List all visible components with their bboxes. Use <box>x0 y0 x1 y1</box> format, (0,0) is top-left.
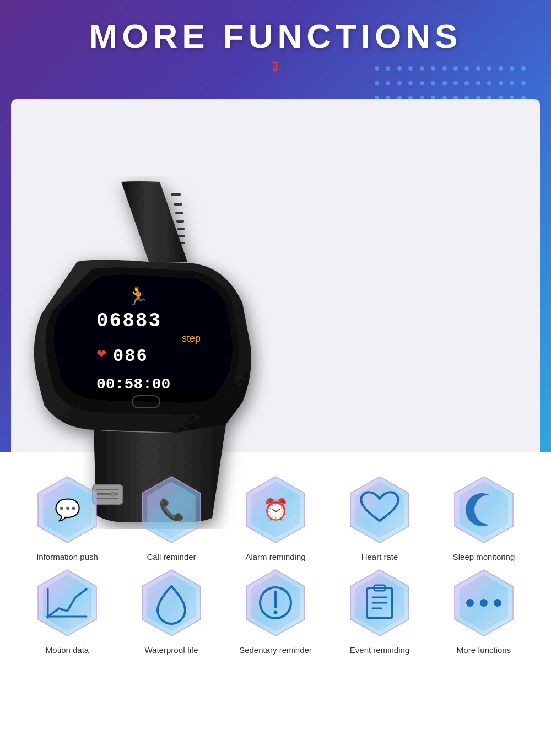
waterproof-life-label: Waterproof life <box>145 645 198 655</box>
information-push-hex: 💬 <box>31 474 103 546</box>
alarm-reminding-label: Alarm reminding <box>245 552 305 561</box>
svg-text:📞: 📞 <box>159 497 185 522</box>
dot <box>487 81 491 85</box>
dot <box>397 66 402 71</box>
feature-sleep-monitoring: Sleep monitoring <box>433 474 534 561</box>
feature-information-push: 💬 Information push <box>17 474 118 561</box>
dot <box>476 81 480 85</box>
chevron-down-icon: ⤆ <box>269 61 282 72</box>
motion-data-hex <box>31 567 103 639</box>
information-push-label: Information push <box>36 552 98 561</box>
waterproof-life-hex <box>136 567 207 639</box>
feature-alarm-reminding: ⏰ Alarm reminding <box>225 474 326 561</box>
svg-text:💬: 💬 <box>55 497 81 522</box>
svg-rect-0 <box>171 193 181 196</box>
heart-rate-label: Heart rate <box>361 552 398 561</box>
call-reminder-hex: 📞 <box>136 474 207 546</box>
event-reminding-hex <box>344 567 415 639</box>
features-grid: 💬 Information push 📞 <box>17 474 534 655</box>
sedentary-reminder-label: Sedentary reminder <box>239 645 312 655</box>
feature-more-functions: More functions <box>433 567 534 655</box>
svg-point-53 <box>480 599 488 607</box>
top-section: MORE FUNCTIONS ⤆ // Will be generated vi… <box>0 0 551 452</box>
dot <box>386 66 390 71</box>
dot <box>453 66 458 71</box>
feature-waterproof-life: Waterproof life <box>121 567 222 655</box>
dot <box>510 81 514 85</box>
watch-display-area: 🏃 06883 step ❤ 086 00:58:00 <box>11 99 540 452</box>
dot <box>453 81 458 85</box>
dot <box>476 66 480 71</box>
dot <box>386 81 390 85</box>
svg-text:086: 086 <box>113 346 148 366</box>
svg-text:❤: ❤ <box>96 347 106 361</box>
dot <box>499 81 503 85</box>
call-reminder-label: Call reminder <box>147 552 196 561</box>
svg-text:00:58:00: 00:58:00 <box>96 376 170 393</box>
dot <box>408 66 413 71</box>
svg-rect-2 <box>175 212 183 214</box>
svg-text:06883: 06883 <box>96 310 161 332</box>
feature-event-reminding: Event reminding <box>329 567 430 655</box>
svg-point-42 <box>274 611 278 614</box>
svg-rect-1 <box>174 203 182 206</box>
dot <box>487 66 491 71</box>
svg-rect-4 <box>177 228 185 230</box>
svg-point-18 <box>111 492 115 496</box>
more-functions-hex <box>448 567 520 639</box>
feature-heart-rate: Heart rate <box>329 474 430 561</box>
svg-point-54 <box>494 599 501 607</box>
sleep-monitoring-hex <box>448 474 520 546</box>
dot <box>397 81 402 85</box>
dot <box>442 81 447 85</box>
dot <box>375 81 379 85</box>
more-functions-label: More functions <box>457 645 511 655</box>
dot <box>375 66 379 71</box>
heart-rate-hex <box>344 474 415 546</box>
dot <box>442 66 447 71</box>
event-reminding-label: Event reminding <box>350 645 409 655</box>
svg-point-52 <box>466 599 474 607</box>
svg-rect-5 <box>178 235 185 237</box>
svg-text:step: step <box>182 333 201 344</box>
dot <box>464 81 469 85</box>
dot <box>431 66 435 71</box>
svg-rect-3 <box>176 220 184 223</box>
feature-call-reminder: 📞 Call reminder <box>121 474 222 561</box>
dot <box>510 66 514 71</box>
alarm-reminding-hex: ⏰ <box>240 474 311 546</box>
dot <box>431 81 435 85</box>
dot <box>408 81 413 85</box>
bottom-section: 💬 Information push 📞 <box>0 452 551 682</box>
sleep-monitoring-label: Sleep monitoring <box>453 552 515 561</box>
dot <box>499 66 503 71</box>
page-title: MORE FUNCTIONS <box>89 17 462 56</box>
dot <box>420 66 424 71</box>
svg-rect-6 <box>179 242 185 244</box>
dot <box>521 81 526 85</box>
dot <box>420 81 424 85</box>
sedentary-reminder-hex <box>240 567 311 639</box>
dot <box>464 66 469 71</box>
feature-motion-data: Motion data <box>17 567 118 655</box>
motion-data-label: Motion data <box>46 645 89 655</box>
svg-text:⏰: ⏰ <box>263 497 289 522</box>
feature-sedentary-reminder: Sedentary reminder <box>225 567 326 655</box>
svg-text:🏃: 🏃 <box>127 285 149 306</box>
dot <box>521 66 526 71</box>
